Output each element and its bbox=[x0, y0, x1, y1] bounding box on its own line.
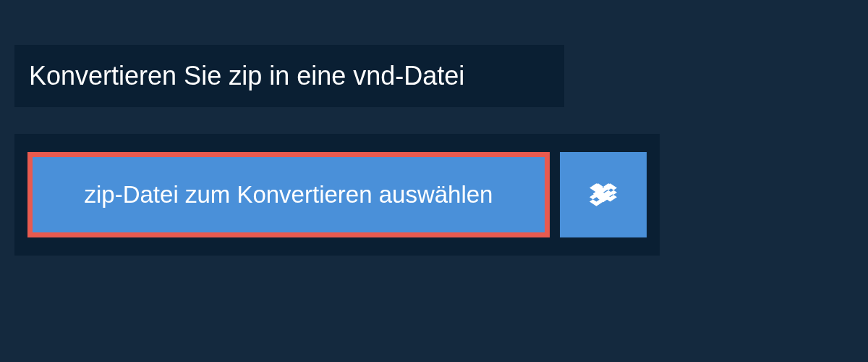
dropbox-icon bbox=[590, 181, 617, 209]
select-file-button[interactable]: zip-Datei zum Konvertieren auswählen bbox=[27, 152, 550, 237]
title-bar: Konvertieren Sie zip in eine vnd-Datei bbox=[14, 45, 564, 107]
dropbox-button[interactable] bbox=[560, 152, 647, 237]
page-title: Konvertieren Sie zip in eine vnd-Datei bbox=[29, 61, 550, 91]
converter-panel: zip-Datei zum Konvertieren auswählen bbox=[14, 134, 660, 256]
